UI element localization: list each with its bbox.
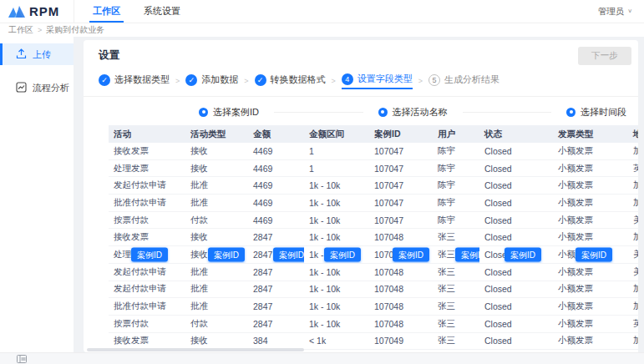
table-cell: Closed: [479, 160, 553, 177]
nav-tab[interactable]: 系统设置: [132, 0, 192, 23]
column-header[interactable]: 案例ID: [369, 129, 433, 140]
collapse-sidebar-icon[interactable]: [17, 355, 27, 363]
cell-text: 1: [309, 164, 314, 174]
table-cell: 陈宇: [433, 177, 479, 194]
case-id-drag-chip[interactable]: 案例ID: [273, 247, 304, 261]
blue-dot-icon: [378, 108, 388, 117]
cell-text: 英国: [633, 163, 638, 174]
cell-text: 4469: [253, 164, 272, 174]
column-header[interactable]: 地区: [628, 129, 638, 140]
step-done[interactable]: ✓转换数据格式: [255, 73, 326, 88]
upload-icon: [16, 48, 27, 61]
cell-text: 107047: [374, 198, 403, 208]
cell-text: 张三: [438, 318, 455, 330]
case-id-drag-chip[interactable]: 案例ID: [393, 247, 429, 261]
cell-text: 美国: [633, 215, 638, 226]
cell-text: 接收: [190, 231, 208, 243]
cell-text: 张三: [438, 335, 455, 346]
column-header[interactable]: 金额区间: [304, 129, 369, 140]
table-row: 处理发票案例ID接收案例ID2847案例ID1k - 10k案例ID107048…: [109, 246, 638, 264]
table-cell: 小额发票: [553, 229, 628, 245]
cell-text: 批准: [190, 179, 208, 191]
table-cell: 1: [304, 160, 369, 177]
breadcrumb: 工作区>采购到付款业务: [0, 23, 644, 37]
cell-text: 小额发票: [558, 301, 593, 312]
cell-text: 107048: [374, 301, 403, 311]
cell-text: Closed: [484, 180, 512, 190]
table-cell: 发起付款申请: [109, 177, 185, 194]
cell-text: 发起付款申请: [114, 179, 166, 191]
cell-text: 4469: [253, 146, 272, 156]
table-cell: 小额发票: [553, 195, 628, 211]
table-header-row: 活动活动类型金额金额区间案例ID用户状态发票类型地区: [109, 125, 638, 143]
step-separator: >: [332, 77, 336, 85]
cell-text: 2847: [253, 267, 272, 277]
cell-text: Closed: [484, 146, 512, 156]
step-label: 生成分析结果: [444, 73, 499, 86]
column-header[interactable]: 状态: [479, 129, 553, 140]
chevron-down-icon: ∨: [627, 8, 632, 14]
cell-text: 按票付款: [114, 215, 149, 226]
cell-text: 美国: [633, 266, 638, 278]
cell-text: 107048: [374, 232, 403, 242]
case-id-drag-chip[interactable]: 案例ID: [324, 247, 361, 261]
step-done[interactable]: ✓选择数据类型: [99, 73, 170, 88]
table-cell: 4469: [248, 195, 304, 211]
stepper: ✓选择数据类型>✓添加数据>✓转换数据格式>4设置字段类型>5生成分析结果: [99, 73, 638, 89]
breadcrumb-item[interactable]: 工作区: [8, 24, 33, 36]
cell-text: 1k - 10k: [309, 232, 340, 242]
column-header[interactable]: 金额: [248, 129, 304, 140]
table-cell: 批准: [185, 281, 248, 298]
case-id-drag-chip[interactable]: 案例ID: [131, 247, 168, 261]
table-cell: 接收发票: [109, 229, 185, 245]
case-id-drag-chip[interactable]: 案例ID: [576, 247, 612, 261]
table-cell: 1k - 10k: [304, 316, 369, 332]
table-row: 批准付款申请批准28471k - 10k107048张三Closed小额发票加拿…: [109, 298, 638, 316]
user-label: 管理员: [598, 6, 625, 18]
step-active[interactable]: 4设置字段类型: [342, 73, 413, 89]
column-header[interactable]: 活动类型: [185, 129, 248, 140]
table-cell: 张三: [433, 316, 479, 332]
table-cell: 按票付款: [109, 316, 185, 332]
field-selector-chip[interactable]: 选择时间段: [566, 106, 626, 119]
table-cell: 1k - 10k案例ID: [304, 246, 369, 263]
cell-text: 2847: [253, 250, 272, 260]
case-id-drag-chip[interactable]: 案例ID: [455, 247, 479, 261]
table-cell: Closed: [479, 212, 553, 229]
step-label: 添加数据: [201, 73, 238, 86]
case-id-drag-chip[interactable]: 案例ID: [208, 247, 245, 261]
sidebar-item-label: 上传: [33, 48, 51, 61]
table-cell: 1k - 10k: [304, 212, 369, 229]
step-pending[interactable]: 5生成分析结果: [428, 73, 499, 88]
field-selector-label: 选择时间段: [581, 106, 626, 119]
horizontal-scrollbar-thumb[interactable]: [87, 348, 304, 351]
sidebar-item-label: 流程分析: [33, 82, 69, 94]
field-selector-chip[interactable]: 选择案例ID: [199, 106, 259, 119]
table-row: 发起付款申请批准28471k - 10k107048张三Closed小额发票美国: [109, 264, 638, 281]
sidebar-item[interactable]: 上传: [0, 43, 74, 65]
cell-text: 4469: [253, 215, 272, 225]
cell-text: 加拿大: [633, 231, 638, 243]
field-selector-chip[interactable]: 选择活动名称: [378, 106, 448, 119]
column-header[interactable]: 活动: [109, 129, 185, 140]
settings-panel: 设置 下一步 ✓选择数据类型>✓添加数据>✓转换数据格式>4设置字段类型>5生成…: [84, 40, 638, 352]
cell-text: 1k - 10k: [309, 267, 340, 277]
sidebar-item[interactable]: 流程分析: [0, 77, 74, 99]
table-row: 发起付款申请批准44691k - 10k107047陈宇Closed小额发票加拿…: [109, 177, 638, 195]
data-table: 活动活动类型金额金额区间案例ID用户状态发票类型地区 接收发票接收4469110…: [109, 125, 638, 364]
user-menu[interactable]: 管理员 ∨: [586, 0, 644, 23]
case-id-drag-chip[interactable]: 案例ID: [505, 247, 541, 261]
cell-text: 小额发票: [558, 163, 593, 174]
table-cell: 发起付款申请: [109, 281, 185, 298]
table-cell: 4469: [248, 212, 304, 229]
table-cell: 2847: [248, 298, 304, 315]
cell-text: 张三: [438, 266, 455, 278]
table-cell: 4469: [248, 160, 304, 177]
next-step-button[interactable]: 下一步: [578, 47, 631, 65]
nav-tab[interactable]: 工作区: [81, 0, 132, 23]
column-header[interactable]: 发票类型: [553, 129, 628, 140]
step-done[interactable]: ✓添加数据: [185, 73, 238, 88]
table-cell: 小额发票: [553, 177, 628, 194]
table-cell: Closed: [479, 298, 553, 315]
column-header[interactable]: 用户: [433, 129, 479, 140]
